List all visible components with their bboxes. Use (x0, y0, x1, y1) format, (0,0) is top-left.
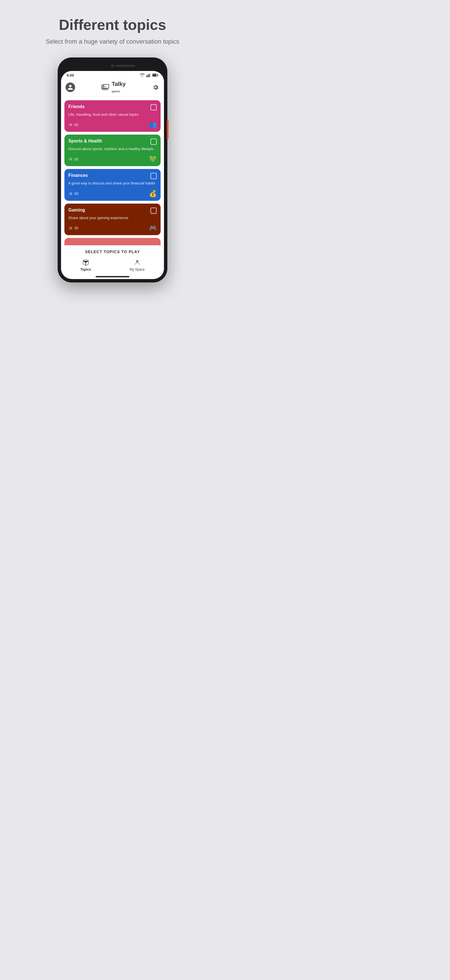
topic-name-finances: Finances (68, 173, 88, 178)
phone-camera (111, 64, 114, 68)
svg-rect-3 (150, 73, 151, 77)
phone-notch (61, 61, 164, 71)
svg-rect-0 (146, 75, 147, 77)
svg-rect-2 (149, 74, 150, 77)
topics-icon (82, 259, 90, 266)
status-time: 9:00 (67, 73, 74, 78)
topic-card-finances[interactable]: Finances A good way to discuss and share… (64, 169, 161, 200)
avatar-icon (67, 84, 73, 91)
svg-rect-6 (153, 74, 156, 76)
topic-count-sports: 50 (68, 157, 78, 161)
page-header: Different topics Select from a huge vari… (35, 17, 190, 46)
myspace-icon (133, 259, 141, 266)
app-header: T Talkygames (61, 79, 164, 97)
card-count-icon-sports (68, 157, 73, 161)
status-bar: 9:00 (61, 71, 164, 79)
nav-myspace[interactable]: My Space (130, 259, 144, 272)
nav-topics[interactable]: Topics (81, 259, 91, 272)
home-indicator (96, 276, 129, 277)
app-logo: T Talkygames (101, 81, 126, 94)
svg-rect-5 (157, 75, 158, 76)
svg-text:T: T (105, 85, 106, 88)
topic-count-gaming: 30 (68, 226, 78, 231)
bottom-section: SELECT TOPICS TO PLAY Topics (61, 245, 164, 277)
nav-topics-label: Topics (81, 267, 91, 272)
talky-logo-icon: T (101, 84, 110, 91)
topic-card-partial (64, 238, 161, 245)
page-subtitle: Select from a huge variety of conversati… (46, 37, 179, 46)
topic-description-finances: A good way to discuss and share your fin… (68, 181, 157, 186)
signal-icon (146, 73, 151, 77)
topic-checkbox-gaming[interactable] (151, 208, 157, 214)
card-count-icon-gaming (68, 226, 73, 231)
topic-checkbox-sports[interactable] (151, 138, 157, 145)
topic-count-finances: 50 (68, 191, 78, 196)
topic-count-friends: 50 (68, 123, 78, 127)
topic-checkbox-friends[interactable] (151, 104, 157, 110)
svg-rect-1 (147, 75, 149, 77)
topic-name-sports: Sports & Health (68, 138, 102, 144)
phone-side-button (167, 119, 168, 139)
topic-emoji-gaming: 🎮 (149, 224, 157, 232)
select-topics-label[interactable]: SELECT TOPICS TO PLAY (61, 247, 164, 256)
topic-emoji-sports: 💚 (149, 156, 157, 163)
user-avatar[interactable] (65, 83, 75, 92)
battery-icon (152, 73, 158, 77)
phone-screen: 9:00 (61, 71, 164, 279)
topic-checkbox-finances[interactable] (151, 173, 157, 179)
topic-name-gaming: Gaming (68, 208, 85, 213)
nav-myspace-label: My Space (130, 267, 144, 272)
topic-description-gaming: Share about your gaming experience (68, 215, 157, 221)
status-icons (140, 73, 158, 77)
settings-icon[interactable] (152, 83, 160, 91)
topic-name-friends: Friends (68, 104, 85, 109)
topic-description-sports: Discuss about sports, nutrition and a he… (68, 146, 157, 151)
card-count-icon (68, 123, 73, 127)
topic-card-friends[interactable]: Friends Life, travelling, food and other… (64, 100, 161, 132)
topic-card-gaming[interactable]: Gaming Share about your gaming experienc… (64, 204, 161, 235)
topic-emoji-finances: 💰 (149, 190, 157, 197)
topic-emoji-friends: 👥 (149, 121, 157, 129)
phone-speaker (115, 65, 135, 67)
wifi-icon (140, 73, 145, 77)
topics-list: Friends Life, travelling, food and other… (61, 97, 164, 245)
bottom-nav: Topics My Space (61, 256, 164, 275)
page-title: Different topics (46, 17, 179, 33)
topic-description-friends: Life, travelling, food and other casual … (68, 112, 157, 117)
svg-point-11 (136, 260, 138, 262)
app-name: Talkygames (112, 81, 126, 94)
phone-frame: 9:00 (58, 57, 167, 282)
card-count-icon-finances (68, 191, 73, 196)
topic-card-sports[interactable]: Sports & Health Discuss about sports, nu… (64, 135, 161, 166)
